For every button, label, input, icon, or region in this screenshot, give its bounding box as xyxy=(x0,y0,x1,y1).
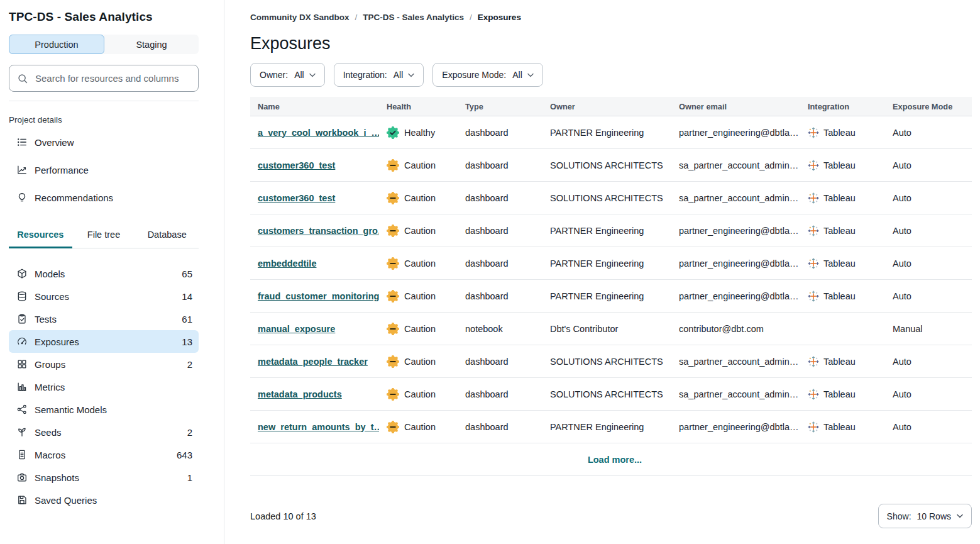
database-icon xyxy=(16,291,28,302)
integration-value: Tableau xyxy=(808,421,885,433)
tab-database[interactable]: Database xyxy=(135,224,199,248)
cell-exposure-mode: Auto xyxy=(885,182,972,214)
integration-label: Tableau xyxy=(823,160,856,170)
exposure-name-link[interactable]: manual_exposure xyxy=(258,324,335,334)
resource-label: Groups xyxy=(35,359,65,370)
cell-health: Caution xyxy=(379,247,458,280)
sidebar-link-recommendations[interactable]: Recommendations xyxy=(9,184,199,211)
health-label: Caution xyxy=(404,357,436,367)
tableau-icon xyxy=(808,127,819,138)
health-label: Caution xyxy=(404,193,436,203)
caution-icon xyxy=(387,192,399,204)
exposure-name-link[interactable]: embeddedtile xyxy=(258,258,316,269)
sidebar-item-saved-queries[interactable]: Saved Queries xyxy=(9,489,199,511)
health-label: Healthy xyxy=(404,128,435,138)
sidebar-link-overview[interactable]: Overview xyxy=(9,128,199,156)
resource-count: 61 xyxy=(182,314,192,325)
cell-owner: Dbt's Contributor xyxy=(542,313,671,345)
health-label: Caution xyxy=(404,160,436,170)
table-row: metadata_people_trackerCautiondashboardS… xyxy=(250,345,972,378)
cell-owner: PARTNER Engineering xyxy=(542,280,671,313)
rows-per-page-select[interactable]: Show: 10 Rows xyxy=(878,504,972,528)
exposures-table: NameHealthTypeOwnerOwner emailIntegratio… xyxy=(250,97,972,476)
resource-label: Macros xyxy=(35,450,65,460)
env-tab-production[interactable]: Production xyxy=(9,35,104,54)
cell-type: dashboard xyxy=(458,411,542,443)
integration-value: Tableau xyxy=(808,127,885,138)
cell-integration: Tableau xyxy=(800,116,885,149)
cell-type: dashboard xyxy=(458,247,542,280)
filter-label: Owner: xyxy=(260,70,288,80)
sidebar-item-sources[interactable]: Sources14 xyxy=(9,285,199,308)
health-badge: Caution xyxy=(387,225,458,237)
search-icon xyxy=(17,73,28,84)
cell-owner: PARTNER Engineering xyxy=(542,116,671,149)
cell-integration: Tableau xyxy=(800,280,885,313)
exposure-name-link[interactable]: metadata_products xyxy=(258,389,342,399)
sidebar-link-performance[interactable]: Performance xyxy=(9,156,199,184)
sidebar-item-groups[interactable]: Groups2 xyxy=(9,353,199,375)
chevron-down-icon xyxy=(408,73,414,77)
seedling-icon xyxy=(16,426,28,438)
cell-owner: SOLUTIONS ARCHITECTS xyxy=(542,345,671,378)
exposure-name-link[interactable]: customer360_test xyxy=(258,160,335,170)
cell-health: Caution xyxy=(379,182,458,214)
resource-count: 65 xyxy=(182,269,192,279)
clipboard-check-icon xyxy=(16,313,28,325)
exposure-name-link[interactable]: customer360_test xyxy=(258,193,335,203)
cell-exposure-mode: Auto xyxy=(885,345,972,378)
exposure-name-link[interactable]: metadata_people_tracker xyxy=(258,357,368,367)
integration-label: Tableau xyxy=(823,226,856,236)
sidebar-item-snapshots[interactable]: Snapshots1 xyxy=(9,466,199,489)
integration-value: Tableau xyxy=(808,225,885,236)
sidebar-item-models[interactable]: Models65 xyxy=(9,262,199,285)
cell-exposure-mode: Auto xyxy=(885,280,972,313)
cell-type: dashboard xyxy=(458,149,542,182)
tableau-icon xyxy=(808,389,819,400)
health-badge: Caution xyxy=(387,323,458,335)
cell-type: dashboard xyxy=(458,182,542,214)
document-icon xyxy=(16,449,28,460)
exposure-name-link[interactable]: customers_transaction_gro… xyxy=(258,226,379,236)
tab-resources[interactable]: Resources xyxy=(9,224,72,248)
breadcrumb-item[interactable]: TPC-DS - Sales Analytics xyxy=(363,13,464,22)
filter-integration[interactable]: Integration:All xyxy=(334,63,424,87)
tableau-icon xyxy=(808,258,819,269)
cell-exposure-mode: Manual xyxy=(885,313,972,345)
chevron-down-icon xyxy=(527,73,534,77)
cell-owner: PARTNER Engineering xyxy=(542,247,671,280)
table-row: customers_transaction_gro…Cautiondashboa… xyxy=(250,214,972,247)
search-box[interactable] xyxy=(9,65,199,92)
load-more-link[interactable]: Load more... xyxy=(588,455,642,465)
exposure-name-link[interactable]: new_return_amounts_by_t… xyxy=(258,422,379,432)
env-tab-staging[interactable]: Staging xyxy=(104,35,199,54)
caution-icon xyxy=(387,323,399,335)
sidebar-item-tests[interactable]: Tests61 xyxy=(9,308,199,330)
cell-integration: Tableau xyxy=(800,378,885,411)
cell-name: embeddedtile xyxy=(250,247,379,280)
cell-exposure-mode: Auto xyxy=(885,149,972,182)
sidebar-item-exposures[interactable]: Exposures13 xyxy=(9,330,199,353)
caution-icon xyxy=(387,355,399,368)
integration-value: Tableau xyxy=(808,258,885,269)
sidebar-item-metrics[interactable]: Metrics xyxy=(9,375,199,398)
sidebar-item-semantic-models[interactable]: Semantic Models xyxy=(9,398,199,421)
cell-owner: PARTNER Engineering xyxy=(542,214,671,247)
exposure-name-link[interactable]: a_very_cool_workbook_i_… xyxy=(258,128,379,138)
cell-exposure-mode: Auto xyxy=(885,411,972,443)
cell-owner-email: partner_engineering@dbtla… xyxy=(671,116,800,149)
tableau-icon xyxy=(808,421,819,433)
filter-exposure-mode[interactable]: Exposure Mode:All xyxy=(432,63,543,87)
sidebar-item-seeds[interactable]: Seeds2 xyxy=(9,421,199,443)
cell-name: fraud_customer_monitoring xyxy=(250,280,379,313)
sidebar-divider xyxy=(9,101,199,101)
filter-owner[interactable]: Owner:All xyxy=(250,63,325,87)
search-input[interactable] xyxy=(34,72,190,84)
cell-health: Caution xyxy=(379,378,458,411)
cell-health: Healthy xyxy=(379,116,458,149)
exposure-name-link[interactable]: fraud_customer_monitoring xyxy=(258,291,379,301)
breadcrumb-item[interactable]: Community DX Sandbox xyxy=(250,13,350,22)
cell-type: dashboard xyxy=(458,214,542,247)
sidebar-item-macros[interactable]: Macros643 xyxy=(9,443,199,466)
tab-file-tree[interactable]: File tree xyxy=(72,224,136,248)
